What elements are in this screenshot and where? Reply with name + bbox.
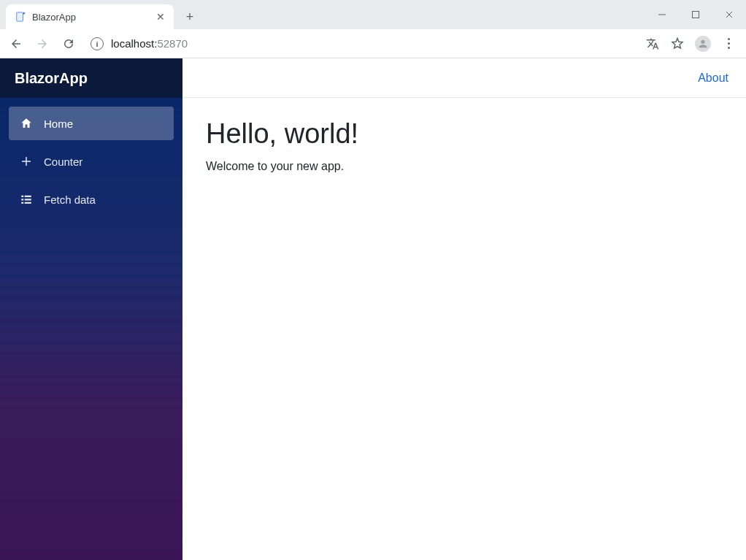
list-icon: [19, 192, 34, 207]
menu-button[interactable]: [721, 37, 736, 51]
svg-rect-10: [21, 202, 23, 204]
browser-toolbar: i localhost:52870: [0, 29, 746, 58]
sidebar: BlazorApp Home Counter Fetch data: [0, 58, 182, 560]
svg-rect-1: [23, 12, 26, 15]
app-viewport: BlazorApp Home Counter Fetch data: [0, 58, 746, 560]
svg-rect-7: [25, 196, 31, 197]
address-bar[interactable]: i localhost:52870: [85, 34, 639, 54]
sidebar-item-counter[interactable]: Counter: [9, 145, 174, 178]
svg-rect-6: [21, 196, 23, 197]
nav-list: Home Counter Fetch data: [0, 98, 182, 225]
reload-button[interactable]: [58, 34, 79, 54]
site-info-icon[interactable]: i: [91, 37, 104, 50]
top-row: About: [182, 58, 746, 98]
browser-tab[interactable]: BlazorApp ✕: [6, 4, 174, 29]
svg-rect-8: [21, 199, 23, 200]
close-window-button[interactable]: [712, 3, 746, 26]
plus-icon: [19, 154, 34, 169]
back-button[interactable]: [6, 34, 26, 54]
sidebar-item-fetch-data[interactable]: Fetch data: [9, 183, 174, 216]
content-area: Hello, world! Welcome to your new app.: [182, 98, 746, 193]
bookmark-icon[interactable]: [670, 37, 685, 51]
maximize-button[interactable]: [679, 3, 712, 26]
svg-rect-3: [693, 12, 699, 18]
minimize-button[interactable]: [645, 3, 679, 26]
url-port: 52870: [157, 37, 188, 50]
new-tab-button[interactable]: +: [180, 7, 200, 27]
main-panel: About Hello, world! Welcome to your new …: [182, 58, 746, 560]
window-controls: [645, 0, 746, 29]
sidebar-item-label: Counter: [44, 156, 82, 168]
page-subtext: Welcome to your new app.: [206, 160, 723, 173]
favicon-icon: [15, 11, 26, 23]
profile-avatar[interactable]: [695, 36, 711, 52]
svg-rect-0: [17, 12, 23, 21]
sidebar-item-label: Fetch data: [44, 193, 96, 206]
svg-rect-11: [25, 202, 31, 204]
tab-title: BlazorApp: [32, 12, 150, 23]
forward-button[interactable]: [32, 34, 53, 54]
tab-close-icon[interactable]: ✕: [156, 12, 165, 22]
home-icon: [19, 116, 34, 131]
toolbar-actions: [645, 36, 740, 52]
url-host: localhost:: [111, 37, 157, 50]
about-link[interactable]: About: [698, 72, 728, 85]
sidebar-item-label: Home: [44, 118, 73, 130]
sidebar-item-home[interactable]: Home: [9, 107, 174, 140]
brand-title: BlazorApp: [0, 58, 182, 98]
page-heading: Hello, world!: [206, 118, 723, 150]
browser-titlebar: BlazorApp ✕ +: [0, 0, 746, 29]
translate-icon[interactable]: [645, 37, 660, 51]
svg-rect-9: [25, 199, 31, 200]
